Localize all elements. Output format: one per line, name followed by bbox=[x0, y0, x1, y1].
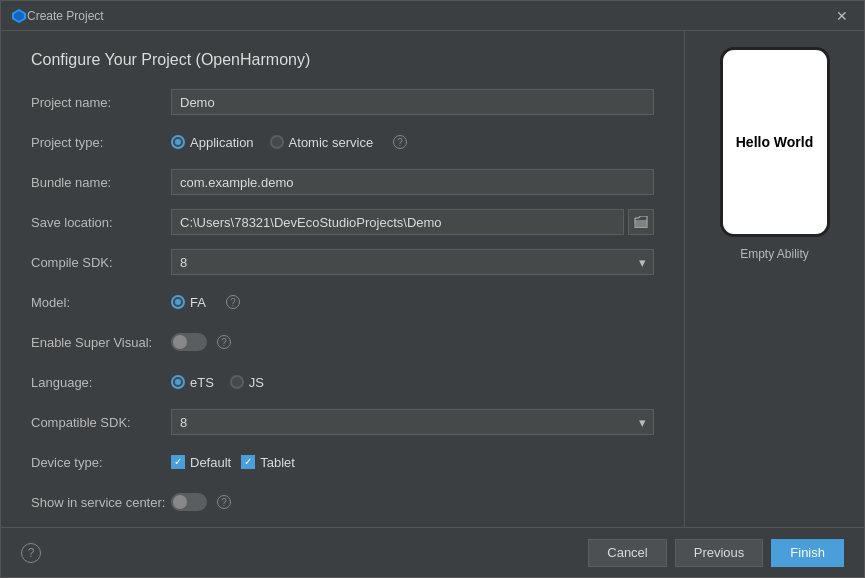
previous-button[interactable]: Previous bbox=[675, 539, 764, 567]
super-visual-help-icon[interactable]: ? bbox=[217, 335, 231, 349]
finish-button[interactable]: Finish bbox=[771, 539, 844, 567]
ets-radio[interactable] bbox=[171, 375, 185, 389]
folder-icon bbox=[634, 216, 648, 228]
project-type-application[interactable]: Application bbox=[171, 135, 254, 150]
application-label: Application bbox=[190, 135, 254, 150]
bundle-name-label: Bundle name: bbox=[31, 175, 171, 190]
cancel-button[interactable]: Cancel bbox=[588, 539, 666, 567]
show-service-center-control: ? bbox=[171, 493, 654, 511]
enable-super-visual-row: Enable Super Visual: ? bbox=[31, 329, 654, 355]
device-tablet[interactable]: Tablet bbox=[241, 455, 295, 470]
fa-label: FA bbox=[190, 295, 206, 310]
tablet-checkbox[interactable] bbox=[241, 455, 255, 469]
form-area: Configure Your Project (OpenHarmony) Pro… bbox=[1, 31, 684, 527]
ets-label: eTS bbox=[190, 375, 214, 390]
model-help-icon[interactable]: ? bbox=[226, 295, 240, 309]
language-radio-group: eTS JS bbox=[171, 375, 654, 390]
title-bar: Create Project ✕ bbox=[1, 1, 864, 31]
language-ets[interactable]: eTS bbox=[171, 375, 214, 390]
bundle-name-row: Bundle name: bbox=[31, 169, 654, 195]
phone-preview: Hello World bbox=[720, 47, 830, 237]
device-type-control: Default Tablet bbox=[171, 455, 654, 470]
atomic-label: Atomic service bbox=[289, 135, 374, 150]
language-row: Language: eTS JS bbox=[31, 369, 654, 395]
preview-caption: Empty Ability bbox=[740, 247, 809, 261]
footer-left: ? bbox=[21, 543, 41, 563]
compatible-sdk-label: Compatible SDK: bbox=[31, 415, 171, 430]
enable-super-visual-label: Enable Super Visual: bbox=[31, 335, 171, 350]
fa-radio[interactable] bbox=[171, 295, 185, 309]
deveco-icon bbox=[11, 8, 27, 24]
footer: ? Cancel Previous Finish bbox=[1, 527, 864, 577]
language-js[interactable]: JS bbox=[230, 375, 264, 390]
enable-super-visual-control: ? bbox=[171, 333, 654, 351]
atomic-radio[interactable] bbox=[270, 135, 284, 149]
device-type-label: Device type: bbox=[31, 455, 171, 470]
project-type-row: Project type: Application Atomic service… bbox=[31, 129, 654, 155]
compatible-sdk-select-wrapper: 8 bbox=[171, 409, 654, 435]
save-location-label: Save location: bbox=[31, 215, 171, 230]
model-control: FA ? bbox=[171, 295, 654, 310]
device-default[interactable]: Default bbox=[171, 455, 231, 470]
compatible-sdk-control: 8 bbox=[171, 409, 654, 435]
application-radio[interactable] bbox=[171, 135, 185, 149]
super-visual-toggle[interactable] bbox=[171, 333, 207, 351]
project-type-control: Application Atomic service ? bbox=[171, 135, 654, 150]
compatible-sdk-row: Compatible SDK: 8 bbox=[31, 409, 654, 435]
project-type-help-icon[interactable]: ? bbox=[393, 135, 407, 149]
language-control: eTS JS bbox=[171, 375, 654, 390]
model-row: Model: FA ? bbox=[31, 289, 654, 315]
project-name-control bbox=[171, 89, 654, 115]
show-service-center-label: Show in service center: bbox=[31, 495, 171, 510]
bundle-name-input[interactable] bbox=[171, 169, 654, 195]
bundle-name-control bbox=[171, 169, 654, 195]
save-location-row: Save location: bbox=[31, 209, 654, 235]
compile-sdk-row: Compile SDK: 8 bbox=[31, 249, 654, 275]
project-name-row: Project name: bbox=[31, 89, 654, 115]
browse-folder-button[interactable] bbox=[628, 209, 654, 235]
footer-right: Cancel Previous Finish bbox=[588, 539, 844, 567]
compatible-sdk-select[interactable]: 8 bbox=[171, 409, 654, 435]
compile-sdk-control: 8 bbox=[171, 249, 654, 275]
project-name-label: Project name: bbox=[31, 95, 171, 110]
service-center-help-icon[interactable]: ? bbox=[217, 495, 231, 509]
project-type-radio-group: Application Atomic service ? bbox=[171, 135, 654, 150]
default-label: Default bbox=[190, 455, 231, 470]
model-label: Model: bbox=[31, 295, 171, 310]
js-radio[interactable] bbox=[230, 375, 244, 389]
save-location-control bbox=[171, 209, 654, 235]
create-project-dialog: Create Project ✕ Configure Your Project … bbox=[0, 0, 865, 578]
language-label: Language: bbox=[31, 375, 171, 390]
dialog-content: Configure Your Project (OpenHarmony) Pro… bbox=[1, 31, 864, 527]
show-service-center-row: Show in service center: ? bbox=[31, 489, 654, 515]
footer-help-icon[interactable]: ? bbox=[21, 543, 41, 563]
device-type-row: Device type: Default Tablet bbox=[31, 449, 654, 475]
js-label: JS bbox=[249, 375, 264, 390]
tablet-label: Tablet bbox=[260, 455, 295, 470]
compile-sdk-select-wrapper: 8 bbox=[171, 249, 654, 275]
close-button[interactable]: ✕ bbox=[830, 6, 854, 26]
compile-sdk-select[interactable]: 8 bbox=[171, 249, 654, 275]
project-type-label: Project type: bbox=[31, 135, 171, 150]
default-checkbox[interactable] bbox=[171, 455, 185, 469]
service-toggle-knob bbox=[173, 495, 187, 509]
model-radio-group: FA ? bbox=[171, 295, 654, 310]
save-location-input-row bbox=[171, 209, 654, 235]
model-fa[interactable]: FA bbox=[171, 295, 206, 310]
dialog-title: Create Project bbox=[27, 9, 830, 23]
hello-world-text: Hello World bbox=[736, 134, 814, 150]
save-location-input[interactable] bbox=[171, 209, 624, 235]
service-center-toggle[interactable] bbox=[171, 493, 207, 511]
compile-sdk-label: Compile SDK: bbox=[31, 255, 171, 270]
project-type-atomic[interactable]: Atomic service bbox=[270, 135, 374, 150]
form-heading: Configure Your Project (OpenHarmony) bbox=[31, 51, 654, 69]
project-name-input[interactable] bbox=[171, 89, 654, 115]
toggle-knob bbox=[173, 335, 187, 349]
preview-panel: Hello World Empty Ability bbox=[684, 31, 864, 527]
device-type-checkbox-group: Default Tablet bbox=[171, 455, 654, 470]
